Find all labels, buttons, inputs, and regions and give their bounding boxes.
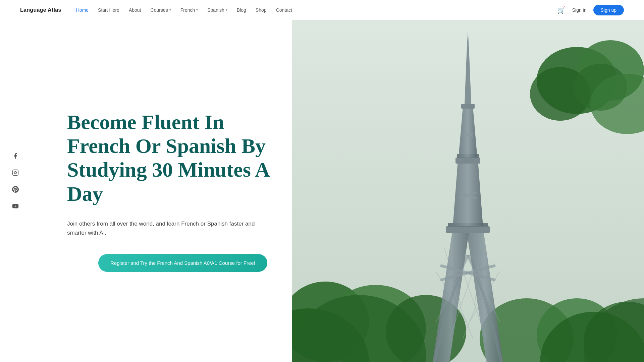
pinterest-icon[interactable] xyxy=(10,184,21,195)
svg-point-2 xyxy=(17,171,17,172)
social-icons xyxy=(10,150,21,212)
cta-button[interactable]: Register and Try the French And Spanish … xyxy=(98,254,267,272)
chevron-down-icon: ▾ xyxy=(169,8,171,12)
svg-rect-0 xyxy=(13,170,18,176)
svg-marker-23 xyxy=(453,161,483,226)
nav-right: 🛒 Sign in Sign up xyxy=(557,5,624,15)
youtube-icon[interactable] xyxy=(10,201,21,212)
chevron-down-icon: ▾ xyxy=(196,8,198,12)
hero-subtitle: Join others from all over the world, and… xyxy=(67,219,262,237)
svg-rect-31 xyxy=(461,104,475,109)
svg-rect-26 xyxy=(455,158,480,164)
nav-link-french[interactable]: French▾ xyxy=(176,5,202,15)
chevron-down-icon: ▾ xyxy=(226,8,227,12)
svg-point-1 xyxy=(14,172,17,174)
nav-link-start-here[interactable]: Start Here xyxy=(94,5,123,15)
hero-left: Become Fluent In French Or Spanish By St… xyxy=(0,20,292,362)
cart-icon[interactable]: 🛒 xyxy=(557,6,566,14)
nav-link-home[interactable]: Home xyxy=(72,5,93,15)
nav-left: Language Atlas HomeStart HereAboutCourse… xyxy=(20,5,296,15)
nav-link-blog[interactable]: Blog xyxy=(233,5,250,15)
eiffel-tower-illustration xyxy=(292,20,644,362)
sign-in-link[interactable]: Sign in xyxy=(572,7,587,13)
nav-links: HomeStart HereAboutCourses▾French▾Spanis… xyxy=(72,5,296,15)
nav-link-courses[interactable]: Courses▾ xyxy=(147,5,175,15)
navbar: Language Atlas HomeStart HereAboutCourse… xyxy=(0,0,644,20)
hero-title: Become Fluent In French Or Spanish By St… xyxy=(67,110,272,206)
nav-link-shop[interactable]: Shop xyxy=(252,5,271,15)
nav-link-about[interactable]: About xyxy=(125,5,145,15)
brand-logo[interactable]: Language Atlas xyxy=(20,7,61,13)
nav-link-contact[interactable]: Contact xyxy=(272,5,296,15)
main-container: Become Fluent In French Or Spanish By St… xyxy=(0,20,644,362)
nav-link-spanish[interactable]: Spanish▾ xyxy=(203,5,231,15)
hero-image-area xyxy=(292,20,644,362)
instagram-icon[interactable] xyxy=(10,167,21,178)
sign-up-button[interactable]: Sign up xyxy=(593,5,624,15)
facebook-icon[interactable] xyxy=(10,150,21,161)
svg-rect-21 xyxy=(446,226,490,233)
